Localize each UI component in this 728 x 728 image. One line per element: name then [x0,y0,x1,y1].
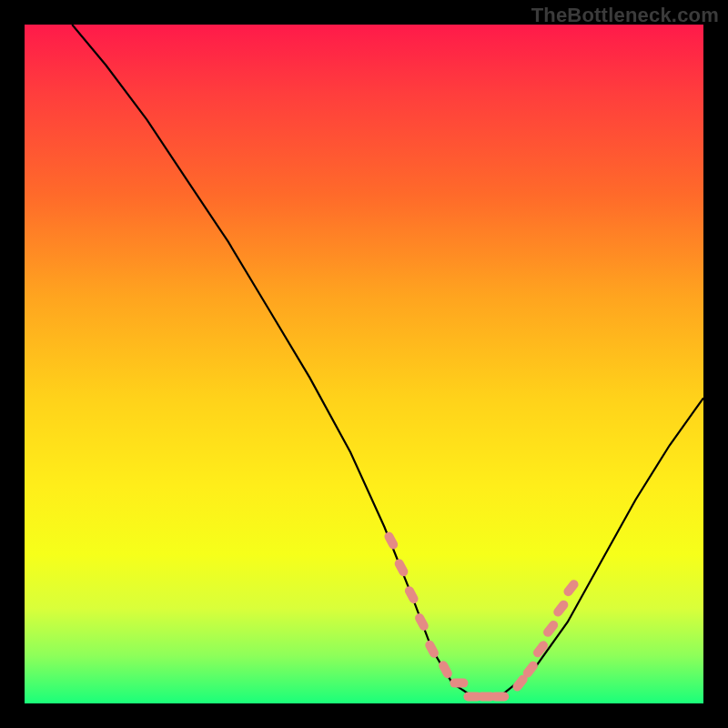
chart-plot-area [25,25,703,703]
curve-marker [450,679,468,688]
curve-marker [490,693,509,702]
curve-marker [383,531,399,551]
watermark-text: TheBottleneck.com [531,4,719,27]
curve-marker [403,584,420,604]
curve-marker [393,558,410,578]
curve-marker [561,578,580,598]
bottleneck-curve-svg [25,25,703,703]
curve-marker [531,639,550,659]
bottleneck-curve-path [72,25,703,697]
curve-marker [423,639,440,659]
curve-markers-group [383,531,581,702]
curve-marker [551,599,570,619]
curve-marker [413,612,430,632]
